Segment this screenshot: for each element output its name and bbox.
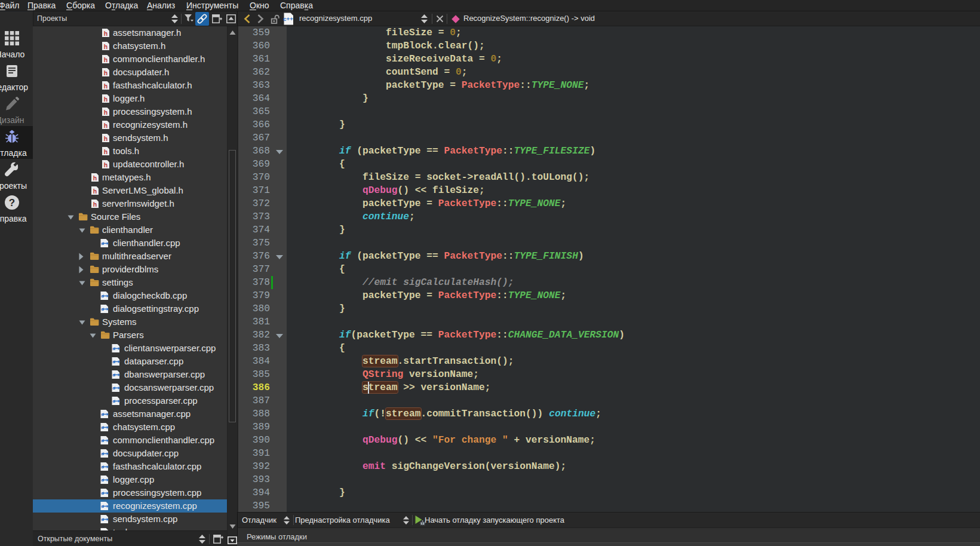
svg-text:h: h [104,148,107,155]
svg-text:c++: c++ [283,16,293,22]
svg-text:h: h [104,161,107,168]
svg-text:h: h [93,201,97,208]
svg-text:h: h [104,43,107,50]
svg-text:h: h [104,122,107,129]
svg-text:h: h [104,82,107,90]
svg-text:h: h [104,30,107,37]
svg-text:?: ? [9,197,15,208]
svg-text:h: h [104,56,107,63]
svg-text:h: h [104,109,107,116]
svg-text:h: h [104,135,107,142]
svg-text:h: h [104,96,107,103]
svg-text:h: h [93,174,97,182]
svg-text:h: h [104,69,107,76]
svg-text:h: h [93,188,97,195]
